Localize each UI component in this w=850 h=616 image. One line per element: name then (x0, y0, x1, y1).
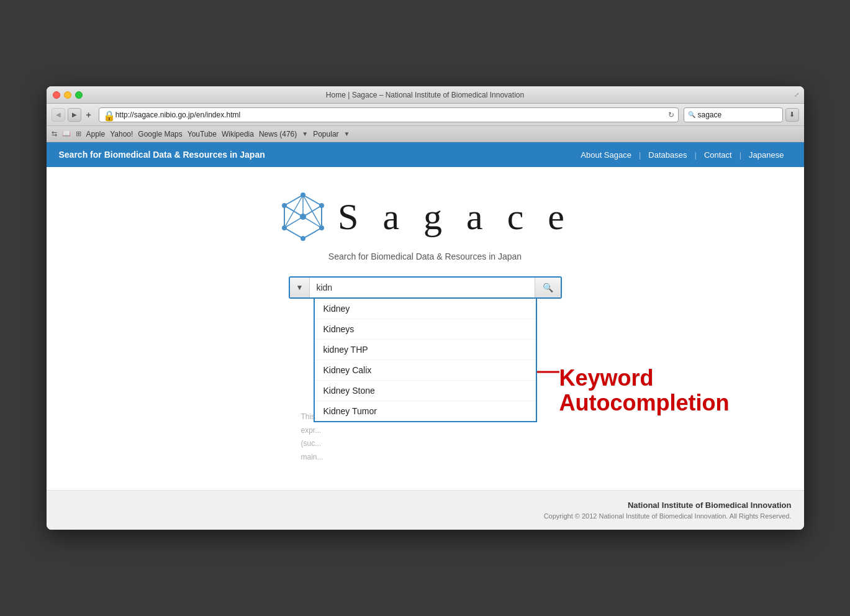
bookmarks-bar: ⇆ 📖 ⊞ Apple Yahoo! Google Maps YouTube W… (47, 126, 804, 142)
browser-search-input[interactable] (698, 111, 791, 119)
nav-contact[interactable]: Contact (697, 150, 739, 160)
body-text-line2: expr... (301, 426, 322, 435)
address-input[interactable] (115, 111, 666, 119)
window-title: Home | Sagace – National Institute of Bi… (326, 91, 524, 99)
annotation-line1: Keyword (559, 366, 730, 391)
site-footer: National Institute of Biomedical Innovat… (47, 490, 804, 530)
search-type-button[interactable]: ▼ (290, 278, 310, 297)
body-text-line4: main... (301, 453, 323, 461)
body-text-line3: (suc... (301, 439, 322, 448)
tagline: Search for Biomedical Data & Resources i… (328, 251, 522, 261)
bookmark-youtube[interactable]: YouTube (188, 130, 217, 138)
content-wrapper: Search for Biomedical Data & Resources i… (47, 142, 804, 530)
search-type-icon: ▼ (296, 283, 304, 292)
download-button[interactable]: ⬇ (785, 108, 799, 122)
svg-line-14 (284, 206, 303, 217)
autocomplete-kidney[interactable]: Kidney (315, 299, 536, 319)
maximize-button[interactable] (75, 91, 83, 99)
bookmark-popular[interactable]: Popular (313, 130, 338, 138)
svg-line-13 (303, 206, 322, 217)
autocomplete-kidney-stone[interactable]: Kidney Stone (315, 381, 536, 401)
refresh-button[interactable]: ↻ (668, 111, 674, 119)
autocomplete-kidneys[interactable]: Kidneys (315, 319, 536, 340)
autocomplete-kidney-tumor[interactable]: Kidney Tumor (315, 401, 536, 421)
reading-list-icon[interactable]: ⇆ (52, 130, 57, 138)
logo-text: S a g a c e (338, 196, 572, 238)
search-submit-icon: 🔍 (543, 283, 553, 292)
back-button[interactable]: ◀ (52, 108, 65, 122)
address-bar-container: 🔒 ↻ (99, 107, 679, 122)
minimize-button[interactable] (64, 91, 71, 99)
bookmark-google-maps[interactable]: Google Maps (138, 130, 182, 138)
download-icon: ⬇ (789, 111, 795, 119)
autocomplete-kidney-thp[interactable]: kidney THP (315, 340, 536, 360)
new-tab-button[interactable]: + (84, 110, 94, 120)
search-input-row: ▼ 🔍 (289, 276, 562, 299)
nav-databases[interactable]: Databases (641, 150, 694, 160)
bookmark-yahoo[interactable]: Yahoo! (110, 130, 133, 138)
footer-copyright: Copyright © 2012 National Institute of B… (59, 512, 792, 520)
sagace-logo-icon (278, 192, 328, 242)
resize-icon: ⤢ (794, 91, 799, 98)
bookmarks-icon[interactable]: 📖 (62, 130, 71, 138)
site-nav: Search for Biomedical Data & Resources i… (47, 142, 804, 167)
news-dropdown-icon[interactable]: ▼ (302, 130, 308, 137)
main-content: S a g a c e Search for Biomedical Data &… (47, 167, 804, 490)
search-area: ▼ 🔍 Kidney Kidneys kidney THP Kidney Cal… (289, 276, 562, 299)
annotation-line2: Autocompletion (559, 391, 730, 415)
autocomplete-dropdown: Kidney Kidneys kidney THP Kidney Calix K… (314, 299, 537, 422)
forward-button[interactable]: ▶ (68, 108, 81, 122)
logo-area: S a g a c e (278, 192, 572, 242)
back-icon: ◀ (56, 111, 61, 118)
svg-point-4 (301, 236, 305, 241)
search-submit-button[interactable]: 🔍 (535, 278, 561, 297)
traffic-lights (53, 91, 83, 99)
footer-org: National Institute of Biomedical Innovat… (59, 500, 792, 510)
site-icon: 🔒 (103, 110, 113, 120)
annotation-text: Keyword Autocompletion (559, 366, 730, 415)
annotation-area: Keyword Autocompletion (559, 366, 730, 415)
browser-search-container: 🔍 ● (684, 107, 783, 122)
site-nav-links: About Sagace | Databases | Contact | Jap… (573, 150, 791, 160)
grid-icon[interactable]: ⊞ (76, 130, 81, 138)
forward-icon: ▶ (72, 111, 77, 118)
search-main-input[interactable] (310, 278, 534, 297)
nav-about[interactable]: About Sagace (573, 150, 639, 160)
popular-dropdown-icon[interactable]: ▼ (344, 130, 350, 137)
nav-bar: ◀ ▶ + 🔒 ↻ 🔍 ● ⬇ (47, 104, 804, 126)
site-nav-brand: Search for Biomedical Data & Resources i… (59, 150, 574, 160)
browser-window: Home | Sagace – National Institute of Bi… (47, 86, 804, 530)
title-bar: Home | Sagace – National Institute of Bi… (47, 86, 804, 104)
bookmark-news[interactable]: News (476) (259, 130, 297, 138)
autocomplete-kidney-calix[interactable]: Kidney Calix (315, 360, 536, 381)
bookmark-apple[interactable]: Apple (86, 130, 106, 138)
bookmark-wikipedia[interactable]: Wikipedia (222, 130, 254, 138)
browser-search-icon: 🔍 (688, 111, 695, 118)
close-button[interactable] (53, 91, 60, 99)
nav-japanese[interactable]: Japanese (741, 150, 791, 160)
